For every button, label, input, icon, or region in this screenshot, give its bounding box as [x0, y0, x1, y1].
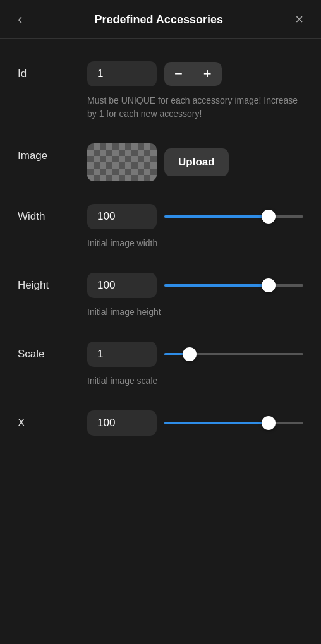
x-label: X — [18, 410, 87, 429]
height-helper-text: Initial image height — [87, 306, 303, 319]
id-stepper: − + — [164, 62, 222, 86]
x-input[interactable] — [87, 410, 157, 436]
image-label: Image — [18, 143, 87, 162]
width-slider-container — [164, 205, 303, 228]
scale-controls: Initial image scale — [87, 342, 303, 388]
scale-label: Scale — [18, 342, 87, 361]
id-helper-text: Must be UNIQUE for each accessory image!… — [87, 94, 303, 121]
width-row: Width Initial image width — [18, 193, 303, 261]
height-row: Height Initial image height — [18, 261, 303, 330]
x-controls — [87, 410, 303, 436]
id-row: Id − + Must be UNIQUE for each accessory… — [18, 50, 303, 132]
header: ‹ Predefined Accessories × — [0, 0, 321, 39]
id-label: Id — [18, 61, 87, 80]
upload-button[interactable]: Upload — [164, 148, 229, 176]
close-button[interactable]: × — [290, 10, 308, 29]
height-label: Height — [18, 273, 87, 292]
scale-helper-text: Initial image scale — [87, 374, 303, 388]
height-slider-container — [164, 274, 303, 297]
scale-row: Scale Initial image scale — [18, 330, 303, 399]
content-area: Id − + Must be UNIQUE for each accessory… — [0, 39, 321, 458]
id-input[interactable] — [87, 61, 157, 86]
id-increment-button[interactable]: + — [193, 62, 222, 86]
image-row: Image Upload — [18, 132, 303, 193]
width-controls: Initial image width — [87, 204, 303, 250]
back-button[interactable]: ‹ — [13, 10, 27, 29]
width-helper-text: Initial image width — [87, 237, 303, 250]
x-row: X — [18, 399, 303, 447]
x-slider-container — [164, 412, 303, 434]
id-decrement-button[interactable]: − — [164, 62, 193, 86]
width-input[interactable] — [87, 204, 157, 229]
width-label: Width — [18, 204, 87, 223]
scale-input[interactable] — [87, 342, 157, 367]
page-title: Predefined Accessories — [95, 13, 223, 27]
height-controls: Initial image height — [87, 273, 303, 319]
scale-slider-container — [164, 343, 303, 366]
id-controls: − + Must be UNIQUE for each accessory im… — [87, 61, 303, 121]
image-preview — [87, 143, 157, 181]
image-controls: Upload — [87, 143, 303, 181]
height-input[interactable] — [87, 273, 157, 298]
